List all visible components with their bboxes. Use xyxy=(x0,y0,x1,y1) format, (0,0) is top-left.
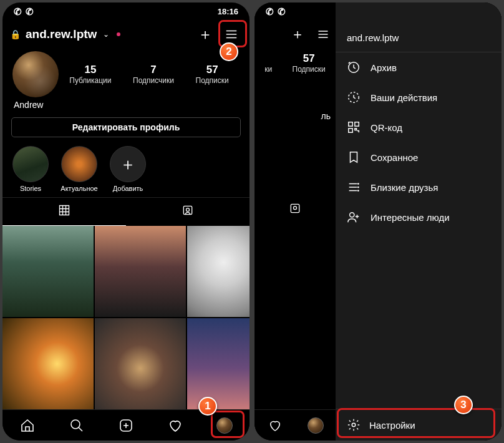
menu-item-saved[interactable]: Сохранное xyxy=(336,142,502,172)
notification-dot xyxy=(117,32,120,36)
menu-item-your-activity[interactable]: Ваши действия xyxy=(336,82,502,112)
svg-rect-4 xyxy=(291,204,299,212)
username-switcher[interactable]: and.rew.lptw xyxy=(26,27,97,41)
create-button[interactable]: ＋ xyxy=(195,24,216,45)
status-time: 18:16 xyxy=(218,7,238,16)
svg-rect-10 xyxy=(349,129,352,132)
tab-grid[interactable] xyxy=(2,198,126,226)
svg-rect-9 xyxy=(355,122,359,126)
tab-tagged[interactable] xyxy=(126,198,250,226)
highlight-cover xyxy=(12,146,49,182)
annotation-callout-1: 1 xyxy=(198,397,217,416)
display-name: Andrew xyxy=(2,99,250,115)
status-bar: ✆ ✆ 18:16 xyxy=(2,2,250,20)
profile-header: 🔒 and.rew.lptw ⌄ ＋ xyxy=(2,20,250,49)
profile-stats: 15 Публикации 7 Подписчики 57 Подписки xyxy=(2,49,250,99)
plus-icon: ＋ xyxy=(110,146,146,182)
highlight-cover xyxy=(61,146,97,182)
nav-search[interactable] xyxy=(67,416,86,435)
svg-point-14 xyxy=(350,213,354,217)
nav-new-post[interactable] xyxy=(117,416,135,435)
story-highlights: Stories Актуальное ＋ Добавить xyxy=(2,140,250,197)
profile-avatar[interactable] xyxy=(12,51,59,97)
posts-grid xyxy=(2,226,250,409)
annotation-callout-3: 3 xyxy=(454,396,473,414)
side-menu-drawer: and.rew.lptw Архив Ваши действия QR-код … xyxy=(336,2,502,441)
svg-point-11 xyxy=(357,183,359,185)
edit-btn-fragment: ль xyxy=(254,111,336,121)
chevron-down-icon[interactable]: ⌄ xyxy=(103,30,109,39)
nav-activity[interactable] xyxy=(166,416,185,435)
svg-rect-8 xyxy=(349,122,352,126)
svg-point-5 xyxy=(294,207,297,210)
menu-item-discover-people[interactable]: Интересные люди xyxy=(336,202,502,232)
menu-item-close-friends[interactable]: Близкие друзья xyxy=(336,172,502,202)
annotation-box-profile-tab xyxy=(211,411,245,438)
following-stat[interactable]: 57 Подписки xyxy=(293,52,326,74)
nav-activity[interactable] xyxy=(266,416,284,435)
menu-item-archive[interactable]: Архив xyxy=(336,52,502,82)
highlight-stories[interactable]: Stories xyxy=(11,146,50,192)
nav-profile[interactable] xyxy=(306,416,325,435)
svg-point-2 xyxy=(71,420,80,429)
phone-right: ✆ ✆ 18:16 ＋ ки 57 Подписки xyxy=(254,2,502,441)
viber-icon: ✆ xyxy=(266,7,274,16)
svg-point-1 xyxy=(187,208,190,212)
post-thumbnail[interactable] xyxy=(95,318,186,409)
posts-stat[interactable]: 15 Публикации xyxy=(69,64,111,85)
viber-icon: ✆ xyxy=(26,7,34,16)
lock-icon: 🔒 xyxy=(10,29,21,39)
nav-avatar-icon xyxy=(308,417,324,434)
post-thumbnail[interactable] xyxy=(187,318,250,409)
menu-username: and.rew.lptw xyxy=(336,27,502,52)
post-thumbnail[interactable] xyxy=(2,318,94,409)
nav-home[interactable] xyxy=(18,416,37,435)
svg-rect-0 xyxy=(183,206,191,214)
annotation-callout-2: 2 xyxy=(220,42,238,61)
edit-profile-button[interactable]: Редактировать профиль xyxy=(11,117,241,137)
viber-icon: ✆ xyxy=(278,7,286,16)
create-button[interactable]: ＋ xyxy=(287,24,308,45)
phone-left: ✆ ✆ 18:16 🔒 and.rew.lptw ⌄ ＋ 15 Публикац… xyxy=(2,2,250,441)
highlight-actual[interactable]: Актуальное xyxy=(60,146,99,192)
annotation-box-settings xyxy=(337,408,495,438)
menu-item-qr-code[interactable]: QR-код xyxy=(336,112,502,142)
post-thumbnail[interactable] xyxy=(2,226,94,317)
svg-point-12 xyxy=(357,187,359,188)
following-stat[interactable]: 57 Подписки xyxy=(196,64,229,85)
tab-tagged[interactable] xyxy=(254,196,336,223)
highlight-add[interactable]: ＋ Добавить xyxy=(109,146,147,192)
svg-point-13 xyxy=(357,190,359,192)
profile-tabs xyxy=(2,197,250,226)
hamburger-icon[interactable] xyxy=(317,28,329,41)
followers-stat[interactable]: 7 Подписчики xyxy=(133,64,174,85)
stat-fragment: ки xyxy=(264,52,272,74)
post-thumbnail[interactable] xyxy=(95,226,186,317)
viber-icon: ✆ xyxy=(14,7,22,16)
post-thumbnail[interactable] xyxy=(187,226,250,317)
